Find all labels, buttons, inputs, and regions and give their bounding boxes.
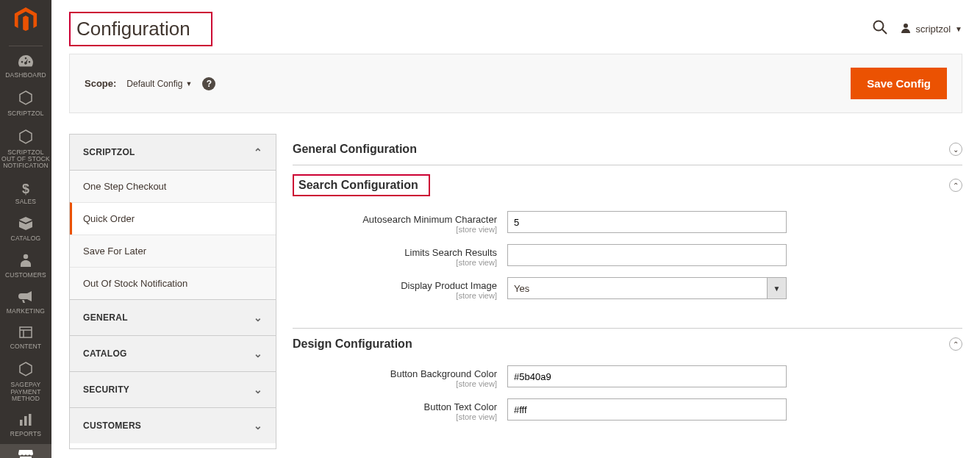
- search-icon[interactable]: [873, 20, 887, 38]
- nav-sales[interactable]: $ SALES: [0, 176, 51, 211]
- nav-stores[interactable]: STORES: [0, 444, 51, 458]
- autosearch-min-input[interactable]: [507, 211, 787, 233]
- button-text-color-input[interactable]: [507, 398, 787, 421]
- megaphone-icon: [18, 291, 33, 307]
- bars-icon: [19, 414, 32, 429]
- config-section-head[interactable]: SECURITY ⌄: [70, 372, 276, 407]
- field-button-text-color: Button Text Color [store view]: [293, 398, 962, 421]
- chevron-down-icon: ⌄: [254, 420, 262, 432]
- chevron-down-icon: ⌄: [254, 348, 262, 359]
- config-body: General Configuration ⌄ Search Configura…: [293, 134, 962, 449]
- nav-label: REPORTS: [10, 431, 41, 437]
- nav-label: DASHBOARD: [5, 72, 46, 79]
- field-limit-results: Limits Search Results [store view]: [293, 244, 962, 267]
- config-section-security: SECURITY ⌄: [70, 372, 276, 408]
- config-section-label: GENERAL: [83, 312, 128, 323]
- nav-label: CUSTOMERS: [5, 272, 46, 279]
- field-label: Autosearch Minimum Character: [362, 214, 497, 225]
- config-item-save-for-later[interactable]: Save For Later: [70, 235, 276, 267]
- config-section-label: SCRIPTZOL: [83, 147, 135, 157]
- svg-point-9: [904, 24, 908, 28]
- config-section-catalog: CATALOG ⌄: [70, 336, 276, 372]
- nav-label: SALES: [15, 198, 36, 205]
- field-scope: [store view]: [293, 258, 497, 267]
- svg-line-8: [882, 29, 887, 34]
- field-label: Button Text Color: [424, 401, 497, 412]
- svg-rect-4: [20, 420, 23, 426]
- select-value: Yes: [508, 283, 767, 294]
- help-icon[interactable]: ?: [202, 77, 215, 90]
- field-label: Button Background Color: [390, 368, 497, 379]
- nav-label: CONTENT: [10, 343, 41, 350]
- save-config-button[interactable]: Save Config: [851, 68, 947, 99]
- nav-marketing[interactable]: MARKETING: [0, 285, 51, 321]
- section-title: Search Configuration: [293, 174, 430, 196]
- hex-icon: [19, 90, 32, 109]
- scope-select[interactable]: Default Config ▼: [126, 79, 192, 89]
- limit-results-input[interactable]: [507, 244, 787, 266]
- config-section-head[interactable]: CATALOG ⌄: [70, 336, 276, 371]
- nav-scriptzol[interactable]: SCRIPTZOL: [0, 85, 51, 123]
- chevron-up-icon: ⌃: [254, 146, 262, 158]
- gauge-icon: [18, 55, 33, 71]
- config-section-head[interactable]: SCRIPTZOL ⌃: [70, 135, 276, 170]
- main-content: Configuration scriptzol ▼ Scope: Defaul: [51, 0, 980, 458]
- field-display-image: Display Product Image [store view] Yes ▼: [293, 277, 962, 300]
- field-scope: [store view]: [293, 379, 497, 388]
- config-item-quick-order[interactable]: Quick Order: [70, 202, 276, 235]
- config-section-head[interactable]: CUSTOMERS ⌄: [70, 408, 276, 443]
- button-bg-color-input[interactable]: [507, 365, 787, 387]
- config-item-one-step-checkout[interactable]: One Step Checkout: [70, 170, 276, 202]
- svg-rect-6: [29, 414, 32, 426]
- nav-label: CATALOG: [11, 235, 41, 242]
- nav-sagepay[interactable]: SAGEPAY PAYMENT METHOD: [0, 356, 51, 408]
- config-item-oos-notification[interactable]: Out Of Stock Notification: [70, 267, 276, 299]
- nav-reports[interactable]: REPORTS: [0, 408, 51, 443]
- field-label: Display Product Image: [401, 280, 497, 291]
- nav-label: SAGEPAY PAYMENT METHOD: [1, 382, 50, 402]
- cube-icon: [19, 217, 32, 234]
- section-search-config: Search Configuration ⌃ Autosearch Minimu…: [293, 165, 962, 329]
- page-title: Configuration: [69, 12, 212, 46]
- config-section-label: CATALOG: [83, 348, 127, 359]
- magento-logo[interactable]: [12, 6, 40, 34]
- field-scope: [store view]: [293, 291, 497, 300]
- display-image-select[interactable]: Yes ▼: [507, 277, 787, 299]
- section-design-config: Design Configuration ⌃ Button Background…: [293, 329, 962, 449]
- collapse-icon: ⌃: [949, 337, 962, 351]
- nav-scriptzol-oos[interactable]: SCRIPTZOL OUT OF STOCK NOTIFICATION: [0, 124, 51, 176]
- section-head[interactable]: General Configuration ⌄: [293, 134, 962, 165]
- config-section-label: CUSTOMERS: [83, 421, 141, 431]
- config-section-scriptzol: SCRIPTZOL ⌃ One Step Checkout Quick Orde…: [70, 135, 276, 300]
- chevron-down-icon: ⌄: [254, 384, 262, 396]
- user-icon: [901, 23, 911, 35]
- config-section-general: GENERAL ⌄: [70, 300, 276, 336]
- nav-dashboard[interactable]: DASHBOARD: [0, 49, 51, 85]
- section-general-config: General Configuration ⌄: [293, 134, 962, 165]
- caret-down-icon: ▼: [185, 80, 192, 87]
- caret-down-icon: ▼: [955, 25, 962, 33]
- nav-label: SCRIPTZOL: [7, 110, 44, 117]
- nav-customers[interactable]: CUSTOMERS: [0, 248, 51, 285]
- section-title: General Configuration: [293, 143, 417, 156]
- config-nav: SCRIPTZOL ⌃ One Step Checkout Quick Orde…: [69, 134, 276, 449]
- chevron-down-icon: ⌄: [254, 312, 262, 323]
- config-section-head[interactable]: GENERAL ⌄: [70, 300, 276, 335]
- nav-catalog[interactable]: CATALOG: [0, 211, 51, 248]
- section-head[interactable]: Design Configuration ⌃: [293, 329, 962, 359]
- layout-icon: [19, 326, 32, 342]
- user-menu[interactable]: scriptzol ▼: [901, 23, 962, 35]
- user-name: scriptzol: [915, 24, 951, 35]
- section-head[interactable]: Search Configuration ⌃: [293, 165, 962, 205]
- nav-content[interactable]: CONTENT: [0, 321, 51, 356]
- svg-point-7: [874, 21, 884, 31]
- store-icon: [18, 450, 33, 458]
- nav-label: MARKETING: [7, 308, 45, 315]
- field-scope: [store view]: [293, 225, 497, 234]
- scope-label: Scope:: [85, 78, 116, 89]
- config-section-label: SECURITY: [83, 384, 129, 395]
- expand-icon: ⌄: [949, 143, 962, 156]
- scope-bar: Scope: Default Config ▼ ? Save Config: [69, 54, 962, 113]
- svg-point-0: [24, 254, 28, 259]
- select-arrow-icon: ▼: [767, 278, 786, 298]
